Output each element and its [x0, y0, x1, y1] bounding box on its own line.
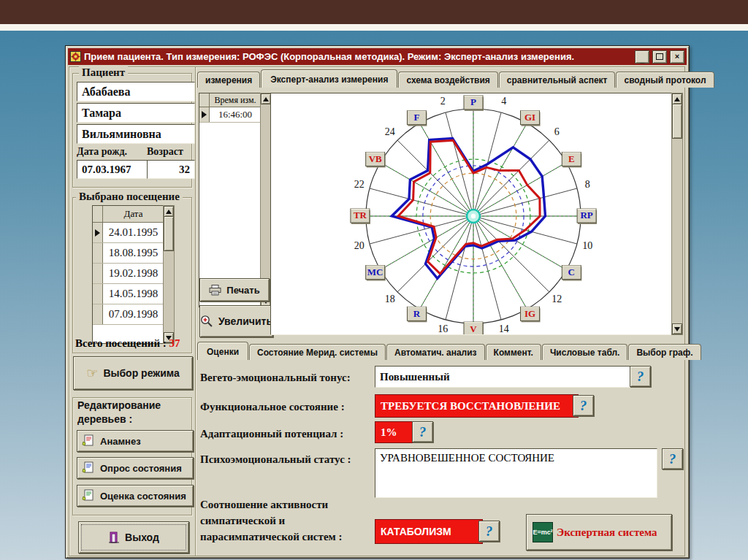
visit-date-cell[interactable]: 07.09.1998	[103, 304, 164, 324]
document-icon	[82, 461, 95, 475]
hour-tick-label: 22	[354, 179, 365, 190]
minimize-button[interactable]: _	[635, 50, 649, 64]
visits-groupbox: Выбрано посещение Дата 24.01.199518.08.1…	[72, 197, 192, 353]
visit-date-cell[interactable]: 24.01.1995	[103, 223, 164, 242]
measurement-time-table[interactable]: Время изм. 16:46:00	[199, 93, 262, 307]
ratio-label-line1: Соотношение активности	[200, 499, 328, 511]
tab-comments[interactable]: Коммент.	[486, 344, 541, 360]
top-brown-bar	[0, 0, 748, 24]
ratio-label-line3: парасимпатической систем :	[200, 531, 343, 543]
visits-date-column-header[interactable]: Дата	[103, 206, 164, 222]
meridian-button-label: GI	[524, 112, 535, 123]
visits-table[interactable]: Дата 24.01.199518.08.199519.02.199814.05…	[92, 205, 164, 344]
adaptation-value-field[interactable]: 1%	[375, 421, 416, 443]
visit-row[interactable]: 24.01.1995	[93, 223, 164, 243]
meridian-button-label: MC	[367, 266, 383, 277]
tab-scores[interactable]: Оценки	[197, 342, 248, 360]
desktop: { "window": { "title": "Прием пациента. …	[0, 0, 748, 560]
tab-summary-protocol[interactable]: сводный протокол	[616, 72, 714, 88]
total-visits-value: 37	[169, 337, 180, 349]
tab-graph-select[interactable]: Выбор граф.	[628, 344, 701, 360]
tab-measurements[interactable]: измерения	[197, 72, 260, 88]
exit-door-icon	[108, 531, 120, 544]
time-column-header[interactable]: Время изм.	[210, 93, 261, 107]
meridian-button-label: E	[568, 153, 575, 164]
psycho-help-button[interactable]: ?	[662, 448, 683, 469]
visit-date-cell[interactable]: 19.02.1998	[103, 264, 164, 283]
emc2-chalkboard-icon: E=mc²	[533, 522, 553, 542]
scroll-up-icon[interactable]	[261, 93, 271, 104]
tone-value-field[interactable]: Повышенный	[375, 366, 636, 388]
tab-comparative-aspect[interactable]: сравнительный аспект	[499, 72, 616, 88]
state-survey-label: Опрос состояния	[100, 463, 182, 474]
visit-row[interactable]: 18.08.1995	[93, 243, 164, 264]
functional-help-button[interactable]: ?	[573, 395, 594, 416]
meridian-button-label: V	[470, 323, 477, 334]
psycho-value-area[interactable]: УРАВНОВЕШЕННОЕ СОСТОЯНИЕ	[375, 448, 657, 498]
tone-help-button[interactable]: ?	[630, 366, 651, 387]
tab-automatic-analysis[interactable]: Автоматич. анализ	[386, 344, 485, 360]
zoom-chart-button[interactable]: Увеличить	[199, 305, 273, 337]
state-survey-button[interactable]: Опрос состояния	[77, 457, 194, 479]
birth-date-field[interactable]: 07.03.1967	[77, 160, 151, 179]
visits-scrollbar[interactable]	[163, 205, 175, 344]
tone-label: Вегето-эмоциональный тонус:	[200, 372, 351, 384]
state-assessment-button[interactable]: Оценка состояния	[77, 485, 194, 507]
scroll-down-icon[interactable]	[672, 323, 682, 334]
visit-row[interactable]: 19.02.1998	[93, 264, 164, 284]
total-visits-label: Всего посещений :	[75, 337, 167, 349]
visit-row[interactable]: 07.09.1998	[93, 304, 164, 325]
tab-numeric-tables[interactable]: Числовые табл.	[542, 344, 628, 360]
time-row-value[interactable]: 16:46:00	[210, 107, 261, 122]
ratio-help-button[interactable]: ?	[478, 521, 500, 542]
document-icon	[82, 489, 95, 502]
hour-tick-label: 14	[499, 323, 509, 334]
hour-tick-label: 16	[438, 323, 448, 334]
scroll-up-icon[interactable]	[672, 93, 682, 104]
close-button[interactable]: ×	[670, 50, 684, 64]
functional-value-field[interactable]: ТРЕБУЕТСЯ ВОССТАНОВЛЕНИЕ	[375, 394, 579, 418]
window-title: Прием пациента. Тип измерения: РОФЭС (Ко…	[84, 51, 632, 62]
title-bar[interactable]: Прием пациента. Тип измерения: РОФЭС (Ко…	[68, 48, 687, 65]
hour-tick-label: 20	[354, 240, 365, 251]
adaptation-help-button[interactable]: ?	[412, 421, 433, 442]
center-marker-core	[471, 214, 476, 218]
chart-scrollbar[interactable]	[671, 93, 683, 335]
visit-row[interactable]: 14.05.1998	[93, 284, 164, 304]
meridian-button-label: P	[470, 96, 476, 107]
tab-meridian-system-state[interactable]: Состояние Мерид. системы	[249, 344, 386, 360]
tab-expert-analysis[interactable]: Эксперт-анализ измерения	[261, 69, 397, 88]
print-button[interactable]: Печать	[199, 278, 270, 302]
chart-scrollbar-thumb[interactable]	[672, 104, 682, 139]
ratio-value-field[interactable]: КАТАБОЛИЗМ	[375, 519, 483, 544]
edit-trees-label-line2: деревьев :	[77, 413, 132, 425]
visit-row-marker	[93, 284, 103, 304]
meridian-button-label: TR	[354, 210, 367, 220]
visits-scrollbar-thumb[interactable]	[164, 216, 174, 251]
edit-trees-groupbox: Редактирование деревьев : Анамнез Опрос …	[72, 397, 192, 515]
top-tab-bar: измерения Эксперт-анализ измерения схема…	[197, 68, 715, 88]
maximize-button[interactable]	[652, 50, 667, 64]
first-name-field[interactable]: Тамара	[77, 103, 195, 123]
adaptation-label: Адаптационный потенциал :	[200, 428, 343, 440]
bottom-tab-bar: Оценки Состояние Мерид. системы Автомати…	[197, 341, 702, 360]
age-field[interactable]: 32	[147, 160, 195, 179]
exit-button[interactable]: Выход	[78, 521, 189, 553]
visit-date-cell[interactable]: 14.05.1998	[103, 284, 164, 304]
radar-chart[interactable]: P4GI6E8RP10C12IG14V16R18MC20TR22VB24F2	[271, 93, 672, 334]
tab-impact-scheme[interactable]: схема воздействия	[398, 72, 497, 88]
hour-tick-label: 24	[385, 126, 395, 137]
anamnesis-button[interactable]: Анамнез	[77, 430, 194, 452]
top-white-strip	[0, 24, 748, 31]
last-name-field[interactable]: Абабаева	[77, 82, 195, 101]
expert-system-button[interactable]: E=mc² Экспертная система	[526, 514, 672, 551]
visits-header-marker-cell	[93, 206, 103, 222]
scroll-up-icon[interactable]	[164, 206, 174, 217]
hour-tick-label: 4	[501, 96, 506, 107]
mode-select-button[interactable]: ☞ Выбор режима	[73, 356, 193, 390]
spoke-line	[473, 140, 549, 216]
hour-tick-label: 8	[585, 179, 590, 190]
visit-date-cell[interactable]: 18.08.1995	[103, 243, 164, 263]
middle-name-field[interactable]: Вильяминовна	[77, 124, 195, 144]
print-label: Печать	[226, 285, 259, 296]
